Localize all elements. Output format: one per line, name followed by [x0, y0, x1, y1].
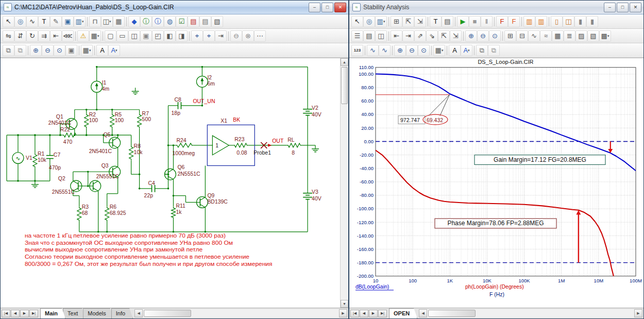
- waveform-a-icon[interactable]: ∿: [528, 30, 540, 42]
- zoom-out-icon[interactable]: ⊖: [406, 45, 418, 56]
- resistor-R5[interactable]: [110, 113, 114, 129]
- close-button[interactable]: ✕: [630, 3, 641, 12]
- stop-analysis-icon[interactable]: ■: [469, 16, 481, 27]
- close-button[interactable]: ✕: [334, 3, 346, 12]
- pane-single-icon[interactable]: ▯: [551, 16, 563, 27]
- zoom-cursor-icon[interactable]: ⊙: [489, 30, 501, 42]
- color-menu-icon[interactable]: ▩▾: [599, 30, 611, 42]
- snapshot-icon[interactable]: ▣: [65, 45, 77, 56]
- hatch-b-icon[interactable]: ▧: [587, 30, 599, 42]
- cursor-wave-right-icon[interactable]: ∿: [379, 45, 391, 56]
- hscroll-track[interactable]: [427, 309, 634, 317]
- rotate-icon[interactable]: ↻: [26, 30, 38, 42]
- transistor-Q6[interactable]: [165, 169, 176, 180]
- fft-parameters-icon[interactable]: F: [508, 16, 520, 27]
- first-tab-button[interactable]: |◀: [350, 310, 359, 317]
- mirror-right-icon[interactable]: ◨: [176, 30, 188, 42]
- tab-models[interactable]: Models: [83, 308, 113, 318]
- horizontal-cursor-icon[interactable]: ☰: [351, 30, 363, 42]
- design-checks-icon[interactable]: ☑: [176, 16, 188, 27]
- horizontal-scrollbar[interactable]: ◀ ▶: [134, 309, 347, 317]
- scroll-up-icon[interactable]: ▲: [341, 58, 348, 66]
- component-tool-icon[interactable]: ⊓: [89, 16, 101, 27]
- zoom-in-cursor-icon[interactable]: ⊕: [465, 30, 477, 42]
- stepping-icon[interactable]: ▤: [442, 16, 453, 27]
- close-page-icon[interactable]: ⊗: [242, 30, 254, 42]
- copy-a-icon[interactable]: ⧉: [476, 45, 488, 56]
- hscroll-track[interactable]: [143, 309, 339, 317]
- grid-toggle-icon[interactable]: ▦: [113, 16, 125, 27]
- resistor-R2[interactable]: [84, 113, 89, 129]
- capacitor-C8[interactable]: [178, 102, 181, 109]
- scroll-down-icon[interactable]: ▼: [341, 300, 348, 308]
- resistor-R6[interactable]: [105, 206, 109, 222]
- warning-check-icon[interactable]: ⚠: [77, 30, 89, 42]
- stack-plots-icon[interactable]: ≣: [564, 30, 575, 42]
- script-view-icon[interactable]: ▧: [211, 16, 223, 27]
- zoom-out-cursor-icon[interactable]: ⊖: [477, 30, 489, 42]
- resistor-R8[interactable]: [129, 145, 133, 161]
- cursor-mode-icon[interactable]: ⇲: [414, 16, 426, 27]
- maximize-button[interactable]: □: [617, 3, 629, 12]
- tracker-icon[interactable]: ◫: [375, 30, 387, 42]
- resistor-RL[interactable]: [286, 143, 302, 147]
- component-palette-icon[interactable]: ◆: [128, 16, 140, 27]
- box-select-icon[interactable]: ▣: [140, 30, 152, 42]
- peak-icon[interactable]: ⇗: [414, 30, 426, 42]
- scroll-left-icon[interactable]: ◀: [419, 309, 427, 317]
- battery-V2[interactable]: [303, 107, 312, 117]
- zoom-in-icon[interactable]: ⊕: [394, 45, 406, 56]
- part-browser-menu-icon[interactable]: ◫▾: [101, 16, 113, 27]
- scroll-thumb[interactable]: [341, 67, 348, 104]
- scale-mode-icon[interactable]: ⇱: [402, 16, 414, 27]
- scroll-track[interactable]: [341, 66, 348, 300]
- notes-view-icon[interactable]: ▤: [199, 16, 211, 27]
- design-rules-icon[interactable]: ▤: [188, 16, 199, 27]
- minimize-button[interactable]: –: [604, 3, 616, 12]
- state-variables-icon[interactable]: ▥: [535, 16, 547, 27]
- transistor-Q2b[interactable]: [90, 180, 101, 192]
- minimize-button[interactable]: –: [309, 3, 320, 12]
- go-to-icon[interactable]: ⇥: [215, 30, 227, 42]
- scroll-right-icon[interactable]: ▶: [339, 309, 347, 317]
- source-I2[interactable]: [196, 76, 208, 88]
- zoom-out-icon[interactable]: ⊖: [42, 45, 54, 56]
- pane-double-icon[interactable]: ◫: [563, 16, 574, 27]
- plot-grid-icon[interactable]: ⊞: [504, 30, 516, 42]
- bars-two-icon[interactable]: ▮: [586, 16, 598, 27]
- overlay-icon[interactable]: ▦: [552, 30, 564, 42]
- hatch-a-icon[interactable]: ▨: [575, 30, 587, 42]
- pan-tool-icon[interactable]: ◎: [363, 16, 375, 27]
- resistor-R3[interactable]: [77, 206, 81, 222]
- more-tools-icon[interactable]: ⋯: [254, 30, 266, 42]
- mirror-left-icon[interactable]: ◧: [164, 30, 176, 42]
- bode-plot[interactable]: 972.74769.432Gain Margin=17.12 FG=20.8ME…: [349, 58, 643, 308]
- fft-window-icon[interactable]: F: [496, 16, 508, 27]
- wire-tool-icon[interactable]: ∿: [26, 16, 38, 27]
- numeric-output-icon[interactable]: 123: [351, 45, 363, 56]
- select-tool-icon[interactable]: ↖: [351, 16, 363, 27]
- align-left-icon[interactable]: ⇤: [50, 30, 62, 42]
- horizontal-scrollbar[interactable]: ◀ ▶: [419, 309, 642, 317]
- grid-menu-icon[interactable]: ▦▾: [89, 30, 101, 42]
- cursor-wave-left-icon[interactable]: ∿: [367, 45, 379, 56]
- prev-tab-button[interactable]: ◀: [360, 310, 368, 317]
- transistor-Q9[interactable]: [196, 197, 208, 208]
- waveform-b-icon[interactable]: ≈: [540, 30, 552, 42]
- picture-tool-icon[interactable]: ▣: [62, 16, 74, 27]
- cascade-parts-icon[interactable]: ⋘: [62, 30, 74, 42]
- first-tab-button[interactable]: |◀: [2, 310, 10, 317]
- source-I1[interactable]: [91, 81, 103, 92]
- step-box-icon[interactable]: ⇉: [38, 30, 50, 42]
- capacitor-C7[interactable]: [46, 156, 54, 159]
- watch-window-icon[interactable]: ▥: [523, 16, 535, 27]
- font-icon[interactable]: A: [96, 45, 108, 56]
- text-tool-icon[interactable]: T: [38, 16, 50, 27]
- resistor-R11[interactable]: [171, 206, 175, 219]
- source-V1[interactable]: ∿: [12, 153, 24, 164]
- flip-horizontal-icon[interactable]: ⇋: [3, 30, 14, 42]
- flip-vertical-icon[interactable]: ⇵: [14, 30, 26, 42]
- draw-tool-icon[interactable]: ✎: [50, 16, 62, 27]
- run-analysis-icon[interactable]: ▶: [457, 16, 469, 27]
- display-mode-menu-icon[interactable]: ▥▾: [74, 16, 86, 27]
